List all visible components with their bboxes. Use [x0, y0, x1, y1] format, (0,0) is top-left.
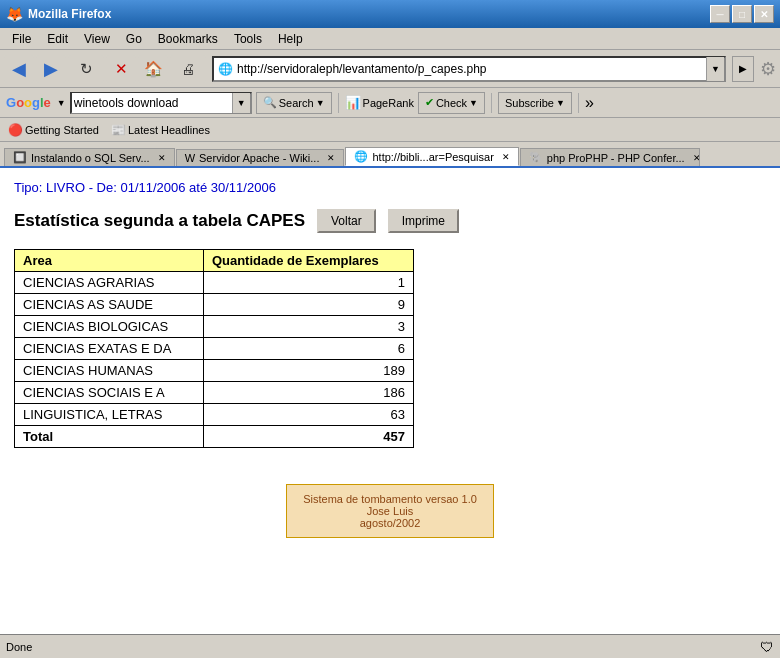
address-icon: 🌐 [214, 62, 237, 76]
window-title: Mozilla Firefox [28, 7, 710, 21]
table-cell-qty: 189 [203, 360, 413, 382]
bookmark-star-icon: 🔴 [8, 123, 23, 137]
bookmarks-toolbar: 🔴 Getting Started 📰 Latest Headlines [0, 118, 780, 142]
google-search-box: ▼ [70, 92, 252, 114]
statusbar-text: Done [6, 641, 760, 653]
google-search-input[interactable] [72, 93, 232, 113]
table-cell-qty: 6 [203, 338, 413, 360]
google-toolbar: Google ▼ ▼ 🔍 Search ▼ 📊 PageRank ✔ Check… [0, 88, 780, 118]
page-main-title: Estatística segunda a tabela CAPES [14, 211, 305, 231]
address-bar: 🌐 ▼ [212, 56, 726, 82]
back-button[interactable]: ◀ [4, 55, 34, 83]
toolbar-separator-3 [578, 93, 579, 113]
table-cell-qty: 186 [203, 382, 413, 404]
data-table: Area Quantidade de Exemplares CIENCIAS A… [14, 249, 414, 448]
table-cell-qty: 1 [203, 272, 413, 294]
check-dropdown-arrow: ▼ [469, 98, 478, 108]
tab-close-1[interactable]: ✕ [327, 153, 335, 163]
tabs-bar: 🔲 Instalando o SQL Serv... ✕ W Servidor … [0, 142, 780, 168]
table-row: CIENCIAS BIOLOGICAS3 [15, 316, 414, 338]
table-cell-area: CIENCIAS AGRARIAS [15, 272, 204, 294]
bookmark-latest-headlines[interactable]: 📰 Latest Headlines [107, 122, 214, 138]
total-value: 457 [203, 426, 413, 448]
table-row: LINGUISTICA, LETRAS63 [15, 404, 414, 426]
address-input[interactable] [237, 62, 706, 76]
menu-bookmarks[interactable]: Bookmarks [150, 30, 226, 48]
reload-button[interactable]: ↻ [68, 55, 104, 83]
menu-view[interactable]: View [76, 30, 118, 48]
page-content: Tipo: LIVRO - De: 01/11/2006 até 30/11/2… [0, 168, 780, 634]
tab-1[interactable]: W Servidor Apache - Wiki... ✕ [176, 149, 345, 166]
table-cell-area: CIENCIAS BIOLOGICAS [15, 316, 204, 338]
titlebar: 🦊 Mozilla Firefox ─ □ ✕ [0, 0, 780, 28]
tools-icon: ⚙ [760, 58, 776, 80]
table-cell-area: CIENCIAS EXATAS E DA [15, 338, 204, 360]
table-cell-area: CIENCIAS AS SAUDE [15, 294, 204, 316]
menu-file[interactable]: File [4, 30, 39, 48]
statusbar: Done 🛡 [0, 634, 780, 658]
table-row: CIENCIAS SOCIAIS E A186 [15, 382, 414, 404]
total-label: Total [15, 426, 204, 448]
col-header-area: Area [15, 250, 204, 272]
table-cell-area: CIENCIAS SOCIAIS E A [15, 382, 204, 404]
search-dropdown-arrow: ▼ [316, 98, 325, 108]
bookmark-getting-started[interactable]: 🔴 Getting Started [4, 122, 103, 138]
tab-close-3[interactable]: ✕ [693, 153, 700, 163]
table-cell-qty: 9 [203, 294, 413, 316]
table-cell-area: LINGUISTICA, LETRAS [15, 404, 204, 426]
table-row: CIENCIAS AGRARIAS1 [15, 272, 414, 294]
tab-close-0[interactable]: ✕ [158, 153, 166, 163]
home-button[interactable]: 🏠 [138, 55, 168, 83]
navbar: ◀ ▶ ↻ ✕ 🏠 🖨 🌐 ▼ ▶ ⚙ [0, 50, 780, 88]
subscribe-button[interactable]: Subscribe ▼ [498, 92, 572, 114]
footer-line2: Jose Luis [303, 505, 477, 517]
menu-edit[interactable]: Edit [39, 30, 76, 48]
col-header-qty: Quantidade de Exemplares [203, 250, 413, 272]
tab-2[interactable]: 🌐 http://bibli...ar=Pesquisar ✕ [345, 147, 518, 166]
forward-button[interactable]: ▶ [36, 55, 66, 83]
title-section: Estatística segunda a tabela CAPES Volta… [14, 209, 766, 233]
table-cell-qty: 63 [203, 404, 413, 426]
toolbar-separator-1 [338, 93, 339, 113]
minimize-button[interactable]: ─ [710, 5, 730, 23]
more-tools-btn[interactable]: » [585, 94, 594, 112]
tab-favicon-2: 🌐 [354, 150, 368, 163]
address-dropdown[interactable]: ▼ [706, 57, 724, 81]
table-row: CIENCIAS HUMANAS189 [15, 360, 414, 382]
google-search-dropdown[interactable]: ▼ [232, 93, 250, 113]
tab-0[interactable]: 🔲 Instalando o SQL Serv... ✕ [4, 148, 175, 166]
footer-box: Sistema de tombamento versao 1.0 Jose Lu… [286, 484, 494, 538]
menu-tools[interactable]: Tools [226, 30, 270, 48]
menu-help[interactable]: Help [270, 30, 311, 48]
google-search-button[interactable]: 🔍 Search ▼ [256, 92, 332, 114]
tab-3[interactable]: 🐘 php ProPHP - PHP Confer... ✕ [520, 148, 700, 166]
security-icon: 🛡 [760, 639, 774, 655]
close-button[interactable]: ✕ [754, 5, 774, 23]
table-row: CIENCIAS EXATAS E DA6 [15, 338, 414, 360]
stop-button[interactable]: ✕ [106, 55, 136, 83]
maximize-button[interactable]: □ [732, 5, 752, 23]
menubar: File Edit View Go Bookmarks Tools Help [0, 28, 780, 50]
window-controls: ─ □ ✕ [710, 5, 774, 23]
type-label: Tipo: LIVRO - De: 01/11/2006 até 30/11/2… [14, 180, 766, 195]
imprime-button[interactable]: Imprime [388, 209, 459, 233]
search-icon: 🔍 [263, 96, 277, 109]
check-icon: ✔ [425, 96, 434, 109]
pagerank-widget: 📊 PageRank [345, 95, 414, 110]
footer-line3: agosto/2002 [303, 517, 477, 529]
pagerank-icon: 📊 [345, 95, 361, 110]
footer-center: Sistema de tombamento versao 1.0 Jose Lu… [14, 464, 766, 538]
table-cell-area: CIENCIAS HUMANAS [15, 360, 204, 382]
voltar-button[interactable]: Voltar [317, 209, 376, 233]
go-button[interactable]: ▶ [732, 56, 754, 82]
firefox-icon: 🦊 [6, 6, 23, 22]
bookmark-news-icon: 📰 [111, 123, 126, 137]
tab-favicon-1: W [185, 152, 195, 164]
google-dropdown[interactable]: ▼ [57, 98, 66, 108]
google-logo: Google [6, 95, 51, 110]
tab-close-2[interactable]: ✕ [502, 152, 510, 162]
check-button[interactable]: ✔ Check ▼ [418, 92, 485, 114]
print-button[interactable]: 🖨 [170, 55, 206, 83]
table-row: CIENCIAS AS SAUDE9 [15, 294, 414, 316]
menu-go[interactable]: Go [118, 30, 150, 48]
